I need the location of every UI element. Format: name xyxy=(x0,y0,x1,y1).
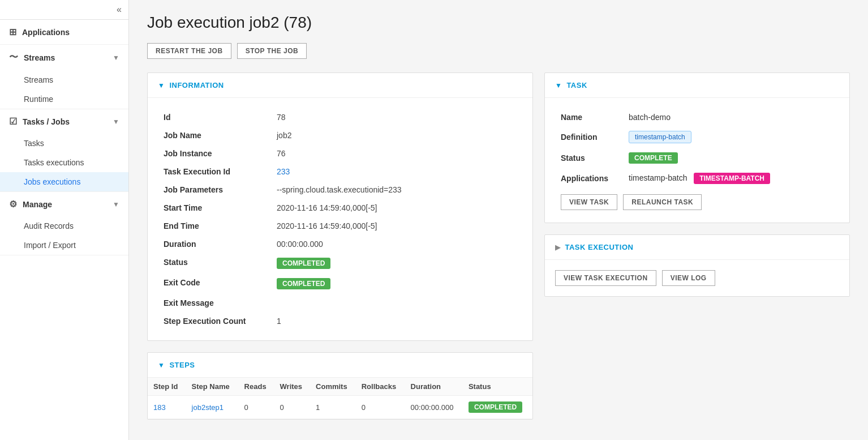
sidebar-section-applications: ⊞ Applications xyxy=(0,20,128,45)
table-row: Start Time 2020-11-16 14:59:40,000[-5] xyxy=(158,199,522,217)
sidebar-item-tasks[interactable]: Tasks xyxy=(0,134,128,153)
content-area: ▼ INFORMATION Id 78 Job Name job2 xyxy=(147,72,850,420)
task-execution-card: ▶ TASK EXECUTION VIEW TASK EXECUTION VIE… xyxy=(544,234,850,297)
step-id-link[interactable]: 183 xyxy=(153,403,166,412)
task-applications-badge: TIMESTAMP-BATCH xyxy=(694,173,770,184)
sidebar-item-tasks-jobs[interactable]: ☑ Tasks / Jobs ▼ xyxy=(0,109,128,134)
sidebar-item-jobs-executions[interactable]: Jobs executions xyxy=(0,172,128,191)
start-time-label: Start Time xyxy=(158,199,271,217)
audit-records-label: Audit Records xyxy=(24,221,74,230)
information-chevron-icon: ▼ xyxy=(158,82,165,89)
steps-table: Step Id Step Name Reads Writes Commits R… xyxy=(148,378,532,419)
sidebar-applications-label: Applications xyxy=(22,28,70,37)
sidebar-manage-label: Manage xyxy=(23,200,52,209)
task-execution-id-link[interactable]: 233 xyxy=(277,167,290,176)
exit-code-value: COMPLETED xyxy=(271,274,522,294)
streams-icon: 〜 xyxy=(9,52,18,63)
restart-job-button[interactable]: RESTART THE JOB xyxy=(147,43,231,59)
rollbacks-cell: 0 xyxy=(356,396,405,419)
start-time-value: 2020-11-16 14:59:40,000[-5] xyxy=(271,199,522,217)
task-status-label: Status xyxy=(555,148,623,168)
status-value: COMPLETED xyxy=(271,253,522,274)
task-definition-badge: timestamp-batch xyxy=(629,131,691,143)
task-applications-label: Applications xyxy=(555,168,623,189)
manage-chevron-icon: ▼ xyxy=(113,200,119,208)
col-reads: Reads xyxy=(239,378,274,396)
sidebar: « ⊞ Applications 〜 Streams ▼ Streams Run… xyxy=(0,0,129,440)
sidebar-item-applications[interactable]: ⊞ Applications xyxy=(0,20,128,44)
steps-table-body: 183 job2step1 0 0 1 0 00:00:00.000 xyxy=(148,396,532,419)
task-status-value: COMPLETE xyxy=(623,148,839,168)
job-parameters-label: Job Parameters xyxy=(158,181,271,199)
step-status-badge: COMPLETED xyxy=(469,401,522,413)
exit-message-value xyxy=(271,294,522,312)
table-row: Exit Code COMPLETED xyxy=(158,274,522,294)
view-log-button[interactable]: VIEW LOG xyxy=(662,270,715,286)
table-row: Job Name job2 xyxy=(158,126,522,144)
sidebar-collapse-icon[interactable]: « xyxy=(117,5,122,15)
tasks-jobs-icon: ☑ xyxy=(9,116,17,127)
information-card-body: Id 78 Job Name job2 Job Instance 76 Ta xyxy=(148,98,532,340)
view-task-execution-button[interactable]: VIEW TASK EXECUTION xyxy=(555,270,656,286)
task-execution-chevron-icon: ▶ xyxy=(555,244,561,251)
col-duration: Duration xyxy=(405,378,463,396)
manage-icon: ⚙ xyxy=(9,199,17,210)
end-time-value: 2020-11-16 14:59:40,000[-5] xyxy=(271,217,522,235)
table-row: Job Instance 76 xyxy=(158,144,522,163)
sidebar-section-streams: 〜 Streams ▼ Streams Runtime xyxy=(0,45,128,109)
status-label: Status xyxy=(158,253,271,274)
id-label: Id xyxy=(158,108,271,126)
col-writes: Writes xyxy=(274,378,310,396)
job-name-value: job2 xyxy=(271,126,522,144)
runtime-label: Runtime xyxy=(24,95,53,104)
sidebar-item-import-export[interactable]: Import / Export xyxy=(0,236,128,255)
sidebar-item-streams[interactable]: 〜 Streams ▼ xyxy=(0,45,128,70)
steps-chevron-icon: ▼ xyxy=(158,361,165,369)
stop-job-button[interactable]: STOP THE JOB xyxy=(237,43,307,59)
job-instance-label: Job Instance xyxy=(158,144,271,163)
sidebar-streams-label: Streams xyxy=(24,53,55,62)
streams-chevron-icon: ▼ xyxy=(113,54,119,62)
table-row: 183 job2step1 0 0 1 0 00:00:00.000 xyxy=(148,396,532,419)
duration-value: 00:00:00.000 xyxy=(271,235,522,253)
information-title: INFORMATION xyxy=(169,81,224,89)
table-row: Task Execution Id 233 xyxy=(158,163,522,181)
task-applications-value: timestamp-batch TIMESTAMP-BATCH xyxy=(623,168,839,189)
table-row: Exit Message xyxy=(158,294,522,312)
status-badge: COMPLETED xyxy=(277,258,330,269)
sidebar-item-streams-sub[interactable]: Streams xyxy=(0,70,128,89)
tasks-executions-label: Tasks executions xyxy=(24,158,84,167)
task-execution-buttons: VIEW TASK EXECUTION VIEW LOG xyxy=(555,270,839,286)
task-info-table: Name batch-demo Definition timestamp-bat… xyxy=(555,108,839,189)
sidebar-item-manage[interactable]: ⚙ Manage ▼ xyxy=(0,192,128,216)
task-name-value: batch-demo xyxy=(623,108,839,126)
left-panel: ▼ INFORMATION Id 78 Job Name job2 xyxy=(147,72,533,420)
sidebar-tasks-jobs-label: Tasks / Jobs xyxy=(23,117,70,126)
exit-code-badge: COMPLETED xyxy=(277,278,330,289)
sidebar-header: « xyxy=(0,0,128,20)
table-row: Name batch-demo xyxy=(555,108,839,126)
sidebar-item-runtime[interactable]: Runtime xyxy=(0,89,128,109)
col-commits: Commits xyxy=(310,378,356,396)
job-parameters-value: --spring.cloud.task.executionid=233 xyxy=(271,181,522,199)
step-name-link[interactable]: job2step1 xyxy=(192,403,224,412)
task-execution-card-header[interactable]: ▶ TASK EXECUTION xyxy=(545,235,849,260)
sidebar-item-audit-records[interactable]: Audit Records xyxy=(0,216,128,236)
relaunch-task-button[interactable]: RELAUNCH TASK xyxy=(623,194,702,210)
task-title: TASK xyxy=(566,81,587,89)
task-execution-id-value: 233 xyxy=(271,163,522,181)
step-execution-count-label: Step Execution Count xyxy=(158,312,271,330)
steps-card-header[interactable]: ▼ STEPS xyxy=(148,353,532,378)
table-row: Step Execution Count 1 xyxy=(158,312,522,330)
task-chevron-icon: ▼ xyxy=(555,82,562,89)
duration-cell: 00:00:00.000 xyxy=(405,396,463,419)
id-value: 78 xyxy=(271,108,522,126)
information-card-header[interactable]: ▼ INFORMATION xyxy=(148,73,532,98)
sidebar-item-tasks-executions[interactable]: Tasks executions xyxy=(0,153,128,172)
commits-cell: 1 xyxy=(310,396,356,419)
col-rollbacks: Rollbacks xyxy=(356,378,405,396)
task-buttons: VIEW TASK RELAUNCH TASK xyxy=(555,189,839,212)
status-cell: COMPLETED xyxy=(463,396,532,419)
task-card-header[interactable]: ▼ TASK xyxy=(545,73,849,98)
view-task-button[interactable]: VIEW TASK xyxy=(561,194,617,210)
